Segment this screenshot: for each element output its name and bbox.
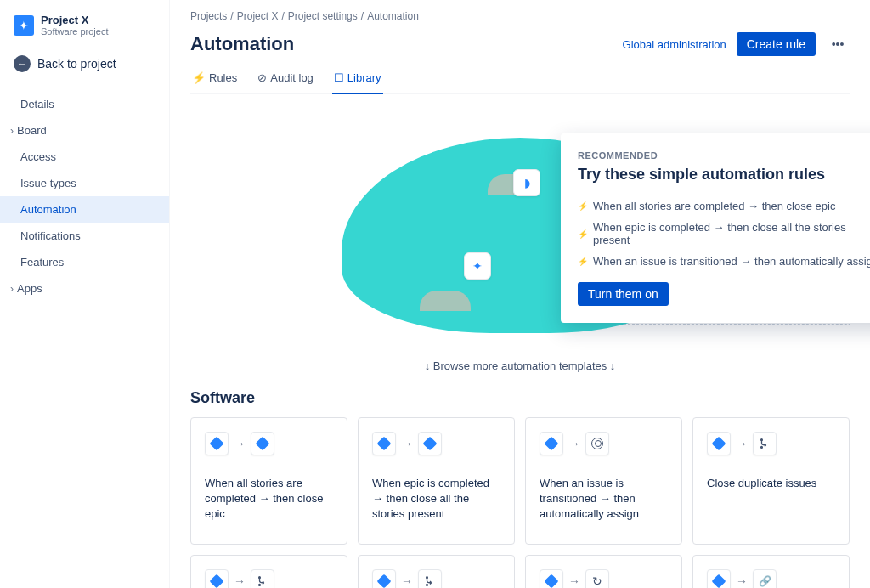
audit-log-tab-icon: ⊘ <box>257 71 267 84</box>
turn-them-on-button[interactable]: Turn them on <box>578 282 669 306</box>
breadcrumb-item[interactable]: Project settings <box>288 10 358 22</box>
diamond-icon <box>372 432 396 455</box>
link-icon: 🔗 <box>753 569 777 588</box>
hero-title: Try these simple automation rules <box>578 166 870 184</box>
template-card[interactable]: →🔗Link issues that are mentioned in the … <box>692 555 850 588</box>
template-card[interactable]: →↻When issue is resolved → comment on re… <box>525 555 682 588</box>
lightning-icon: ⚡ <box>578 229 588 239</box>
breadcrumb-item: Automation <box>367 10 419 22</box>
template-grid: →When all stories are completed → then c… <box>190 417 850 588</box>
diamond-icon <box>540 432 563 455</box>
back-to-project[interactable]: ← Back to project <box>0 43 169 84</box>
header-actions: Global administration Create rule ••• <box>623 32 850 56</box>
main: Projects/Project X/Project settings/Auto… <box>170 0 870 588</box>
sidebar-item-access[interactable]: Access <box>0 144 169 170</box>
refresh-icon: ↻ <box>585 569 609 588</box>
sidebar-item-automation[interactable]: Automation <box>0 196 169 223</box>
lightning-icon: ✦ <box>464 252 491 280</box>
hero-section: ◗ ✦ ◆ ▣ RECOMMENDED Try these simple aut… <box>190 108 850 346</box>
project-icon: ✦ <box>14 15 34 36</box>
arrow-icon: → <box>401 574 413 588</box>
tabs: ⚡Rules⊘Audit log☐Library <box>190 66 850 94</box>
branch-icon <box>251 569 274 588</box>
template-card[interactable]: →Close duplicate issues <box>692 417 850 545</box>
branch-icon <box>418 569 442 588</box>
arrow-icon: → <box>234 574 246 588</box>
diamond-icon <box>205 432 229 455</box>
library-tab-icon: ☐ <box>334 71 344 84</box>
arrow-icon: → <box>401 437 413 450</box>
section-title: Software <box>190 389 850 407</box>
nav-list: DetailsBoardAccessIssue typesAutomationN… <box>0 91 169 302</box>
tab-library[interactable]: ☐Library <box>332 66 383 94</box>
hero-card: RECOMMENDED Try these simple automation … <box>561 133 870 323</box>
breadcrumb-item[interactable]: Projects <box>190 10 227 22</box>
project-header: ✦ Project X Software project <box>0 7 169 43</box>
arrow-icon: → <box>736 574 748 588</box>
arrow-icon: → <box>568 437 580 450</box>
lightning-icon: ⚡ <box>578 201 588 211</box>
create-rule-button[interactable]: Create rule <box>737 32 816 56</box>
hero-rule-item: ⚡When an issue is transitioned → then au… <box>578 251 870 272</box>
template-card-text: Close duplicate issues <box>707 476 835 491</box>
diamond-icon <box>418 432 442 455</box>
project-type: Software project <box>41 26 108 37</box>
template-card[interactable]: →When all stories are completed → then c… <box>190 417 347 545</box>
page-title: Automation <box>190 33 294 55</box>
branch-icon <box>753 432 777 455</box>
lightning-icon: ⚡ <box>578 257 588 266</box>
person-icon <box>585 432 609 455</box>
arrow-icon: → <box>234 437 246 450</box>
diamond-icon <box>372 569 396 588</box>
sidebar-item-board[interactable]: Board <box>0 117 169 144</box>
sidebar-item-features[interactable]: Features <box>0 249 169 275</box>
arrow-icon: → <box>736 437 748 450</box>
breadcrumb: Projects/Project X/Project settings/Auto… <box>190 7 850 25</box>
more-menu-button[interactable]: ••• <box>826 32 850 56</box>
diamond-icon <box>707 569 731 588</box>
breadcrumb-item[interactable]: Project X <box>237 10 279 22</box>
project-name: Project X <box>41 14 108 26</box>
tab-audit-log[interactable]: ⊘Audit log <box>256 66 315 94</box>
diamond-icon <box>707 432 731 455</box>
diamond-icon <box>251 432 274 455</box>
template-card[interactable]: →When parent is done → move all sub-task… <box>358 555 515 588</box>
hero-rule-item: ⚡When epic is completed → then close all… <box>578 217 870 251</box>
template-card[interactable]: →When all sub-tasks are done → move pare… <box>190 555 347 588</box>
template-card-text: When all stories are completed → then cl… <box>205 476 333 523</box>
diamond-icon <box>205 569 229 588</box>
sidebar: ✦ Project X Software project ← Back to p… <box>0 0 170 588</box>
rules-tab-icon: ⚡ <box>192 71 206 84</box>
sidebar-item-issue-types[interactable]: Issue types <box>0 170 169 196</box>
arrow-icon: → <box>568 574 580 588</box>
tab-rules[interactable]: ⚡Rules <box>190 66 239 94</box>
sidebar-item-apps[interactable]: Apps <box>0 275 169 302</box>
hero-list: ⚡When all stories are completed → then c… <box>578 195 870 272</box>
template-card-text: When an issue is transitioned → then aut… <box>540 476 668 523</box>
back-label: Back to project <box>37 57 116 71</box>
page-header: Automation Global administration Create … <box>190 32 850 56</box>
template-card[interactable]: →When an issue is transitioned → then au… <box>525 417 682 545</box>
back-arrow-icon: ← <box>14 55 31 72</box>
template-card-text: When epic is completed → then close all … <box>372 476 500 523</box>
flag-icon: ◗ <box>513 169 540 196</box>
hero-rule-item: ⚡When all stories are completed → then c… <box>578 195 870 217</box>
sidebar-item-details[interactable]: Details <box>0 91 169 117</box>
browse-more-link[interactable]: ↓ Browse more automation templates ↓ <box>190 359 850 372</box>
sidebar-item-notifications[interactable]: Notifications <box>0 223 169 249</box>
global-administration-link[interactable]: Global administration <box>623 38 726 51</box>
hero-label: RECOMMENDED <box>578 150 870 161</box>
template-card[interactable]: →When epic is completed → then close all… <box>358 417 515 545</box>
diamond-icon <box>540 569 563 588</box>
